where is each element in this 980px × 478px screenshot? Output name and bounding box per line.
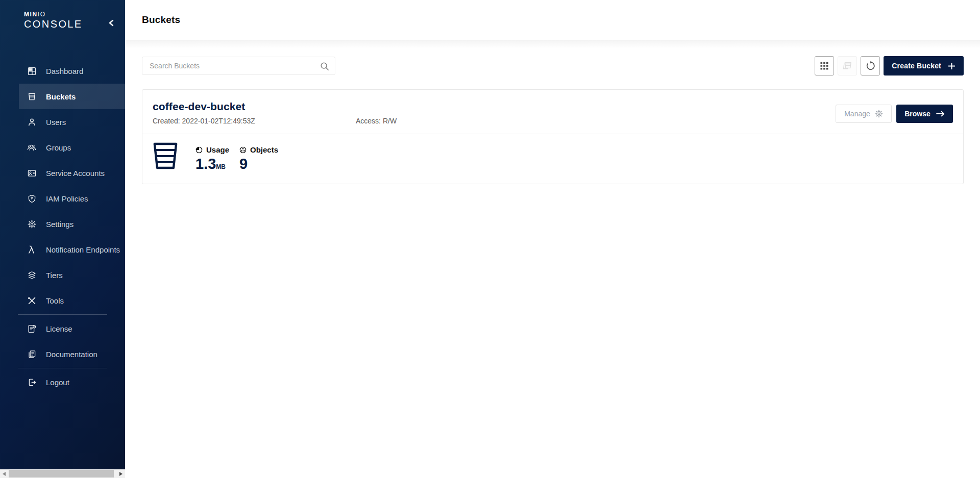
settings-icon — [27, 219, 36, 229]
sidebar-item-notification-endpoints[interactable]: Notification Endpoints — [0, 237, 125, 262]
grid-view-button[interactable] — [815, 56, 834, 76]
chevron-left-icon — [108, 19, 115, 27]
bucket-list-view-icon — [843, 61, 852, 70]
refresh-icon — [865, 61, 875, 71]
browse-button-label: Browse — [904, 110, 930, 118]
usage-pie-icon — [195, 146, 203, 154]
bucket-card[interactable]: coffee-dev-bucket Created: 2022-01-02T12… — [142, 89, 964, 184]
browse-button[interactable]: Browse — [896, 105, 953, 123]
sidebar-item-license[interactable]: License — [0, 316, 125, 341]
sidebar-item-label: Buckets — [46, 92, 76, 101]
scrollbar-left-arrow-icon[interactable] — [0, 469, 9, 478]
list-view-button — [838, 56, 857, 76]
collapse-sidebar-button[interactable] — [106, 17, 117, 29]
bucket-card-body: Usage 1.3MB Objects 9 — [142, 134, 963, 184]
refresh-button[interactable] — [861, 56, 880, 76]
usage-label: Usage — [206, 145, 229, 154]
logo-text-light: IO — [38, 11, 46, 18]
sidebar-item-dashboard[interactable]: Dashboard — [0, 58, 125, 84]
documentation-icon — [27, 349, 36, 359]
scrollbar-thumb[interactable] — [9, 470, 114, 477]
lambda-icon — [27, 245, 36, 254]
sidebar-item-label: Settings — [46, 220, 74, 229]
buckets-page-content: Create Bucket coffee-dev-bucket Created:… — [125, 40, 980, 478]
usage-number: 1.3 — [195, 156, 216, 172]
sidebar-item-iam-policies[interactable]: IAM Policies — [0, 186, 125, 211]
sidebar-divider — [18, 314, 107, 315]
sidebar-item-label: Users — [46, 118, 66, 127]
license-icon — [27, 324, 36, 333]
bucket-name[interactable]: coffee-dev-bucket — [153, 100, 397, 113]
usage-value: 1.3MB — [195, 156, 229, 171]
page-title: Buckets — [142, 14, 180, 26]
minio-logo-wordmark: MINIO — [24, 11, 83, 17]
bucket-icon — [153, 142, 178, 172]
sidebar-item-settings[interactable]: Settings — [0, 211, 125, 237]
objects-value: 9 — [239, 156, 278, 171]
manage-button-label: Manage — [844, 110, 870, 118]
sidebar-item-label: Groups — [46, 143, 71, 152]
bucket-created-text: Created: 2022-01-02T12:49:53Z — [153, 117, 356, 125]
page-header: Buckets — [125, 0, 980, 40]
usage-metric-label-row: Usage — [195, 145, 229, 154]
sidebar-item-label: Service Accounts — [46, 169, 105, 178]
sidebar-item-logout[interactable]: Logout — [0, 369, 125, 395]
bucket-card-header: coffee-dev-bucket Created: 2022-01-02T12… — [142, 90, 963, 125]
bucket-card-titles: coffee-dev-bucket Created: 2022-01-02T12… — [153, 98, 397, 125]
sidebar-logo-row: MINIO CONSOLE — [0, 0, 125, 30]
search-icon — [320, 62, 329, 73]
gear-icon — [875, 110, 883, 118]
scrollbar-right-arrow-icon[interactable] — [116, 469, 125, 478]
minio-logo: MINIO CONSOLE — [24, 11, 83, 30]
sidebar-item-label: Notification Endpoints — [46, 245, 120, 254]
bucket-card-actions: Manage Browse — [836, 105, 953, 123]
objects-metric: Objects 9 — [239, 142, 278, 171]
sidebar-item-label: Tiers — [46, 271, 63, 280]
sidebar-horizontal-scrollbar[interactable] — [0, 469, 125, 478]
create-bucket-button[interactable]: Create Bucket — [884, 56, 964, 76]
console-logo-text: CONSOLE — [24, 18, 83, 30]
search-buckets-input[interactable] — [142, 57, 335, 74]
sidebar-item-tools[interactable]: Tools — [0, 288, 125, 313]
sidebar-item-buckets[interactable]: Buckets — [0, 84, 125, 109]
main-content: Buckets Create Bucket — [125, 0, 980, 478]
search-buckets-box — [142, 57, 335, 75]
users-icon — [27, 117, 36, 127]
plus-icon — [948, 62, 955, 70]
objects-icon — [239, 146, 247, 154]
buckets-icon — [27, 92, 36, 101]
sidebar-item-label: License — [46, 324, 72, 333]
bucket-access-text: Access: R/W — [356, 117, 397, 125]
sidebar-item-groups[interactable]: Groups — [0, 135, 125, 160]
service-accounts-icon — [27, 168, 36, 178]
sidebar-item-label: Documentation — [46, 350, 97, 359]
create-bucket-label: Create Bucket — [892, 62, 941, 70]
toolbar-actions: Create Bucket — [815, 56, 964, 76]
usage-unit: MB — [216, 163, 226, 170]
tiers-icon — [27, 270, 36, 280]
sidebar-item-label: Tools — [46, 296, 64, 305]
objects-number: 9 — [239, 156, 248, 172]
bucket-meta-row: Created: 2022-01-02T12:49:53Z Access: R/… — [153, 117, 397, 125]
dashboard-icon — [27, 66, 36, 76]
sidebar-menu: Dashboard Buckets Users Groups Service A — [0, 58, 125, 395]
sidebar-divider — [18, 368, 107, 368]
sidebar-item-tiers[interactable]: Tiers — [0, 262, 125, 288]
groups-icon — [27, 143, 36, 152]
iam-policies-icon — [27, 194, 36, 203]
tools-icon — [27, 296, 36, 305]
sidebar-item-label: IAM Policies — [46, 194, 88, 203]
manage-button[interactable]: Manage — [836, 105, 892, 123]
objects-label: Objects — [250, 145, 278, 154]
usage-metric: Usage 1.3MB — [195, 142, 229, 171]
logo-text-bold: MIN — [24, 11, 38, 18]
sidebar-item-documentation[interactable]: Documentation — [0, 341, 125, 367]
sidebar-item-service-accounts[interactable]: Service Accounts — [0, 160, 125, 186]
grid-view-icon — [820, 61, 829, 70]
sidebar: MINIO CONSOLE Dashboard Buckets Users — [0, 0, 125, 469]
sidebar-item-label: Dashboard — [46, 67, 83, 76]
logout-icon — [27, 378, 36, 387]
sidebar-item-label: Logout — [46, 378, 69, 387]
sidebar-item-users[interactable]: Users — [0, 109, 125, 135]
objects-metric-label-row: Objects — [239, 145, 278, 154]
